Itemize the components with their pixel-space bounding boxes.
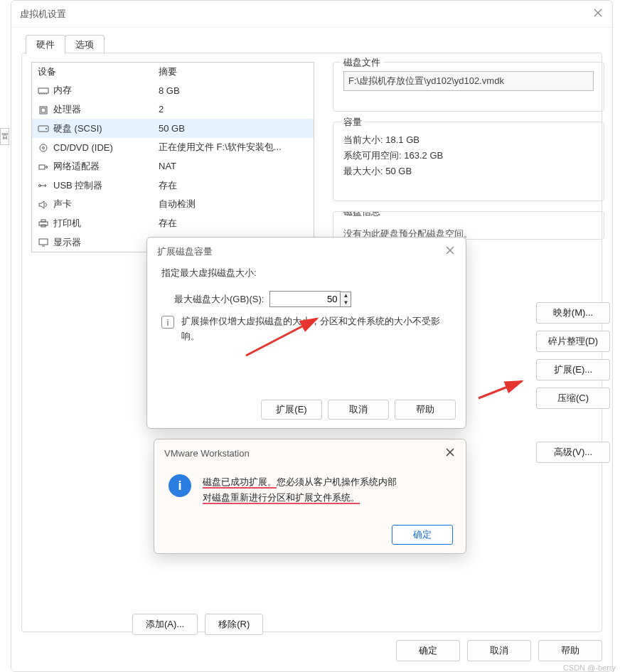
device-label: 内存	[53, 85, 72, 95]
table-row[interactable]: 声卡自动检测	[32, 195, 314, 214]
display-icon	[38, 238, 49, 247]
device-summary: NAT	[153, 157, 314, 176]
table-row[interactable]: 内存8 GB	[32, 81, 314, 100]
expand-button[interactable]: 扩展(E)...	[536, 359, 610, 380]
dlg-cancel-button[interactable]: 取消	[328, 400, 389, 420]
legend-diskfile: 磁盘文件	[341, 56, 383, 69]
expand-dialog: 扩展磁盘容量 指定最大虚拟磁盘大小: 最大磁盘大小(GB)(S): ▲ ▼ i …	[146, 237, 466, 429]
size-input[interactable]	[269, 291, 341, 307]
col-device: 设备	[32, 63, 153, 81]
svg-point-8	[46, 128, 47, 129]
device-label: USB 控制器	[53, 180, 102, 191]
map-button[interactable]: 映射(M)...	[536, 302, 610, 324]
size-label: 最大磁盘大小(GB)(S):	[174, 293, 264, 306]
close-icon[interactable]	[444, 447, 456, 460]
table-row[interactable]: 硬盘 (SCSI)50 GB	[32, 119, 314, 138]
table-row[interactable]: USB 控制器存在	[32, 176, 314, 195]
compact-button[interactable]: 压缩(C)	[536, 388, 610, 409]
cpu-icon	[38, 106, 49, 114]
expand-prompt: 指定最大虚拟磁盘大小:	[161, 267, 451, 279]
defrag-button[interactable]: 碎片整理(D)	[536, 331, 610, 352]
advanced-button[interactable]: 高级(V)...	[536, 442, 610, 463]
vmware-dialog-title: VMware Workstation	[164, 448, 444, 459]
device-summary: 50 GB	[153, 119, 314, 138]
add-button[interactable]: 添加(A)...	[132, 614, 198, 635]
table-row[interactable]: 网络适配器NAT	[32, 157, 314, 176]
add-remove-row: 添加(A)... 移除(R)	[132, 614, 263, 635]
dlg-expand-button[interactable]: 扩展(E)	[261, 400, 322, 420]
device-summary: 2	[153, 100, 314, 119]
legend-diskinfo: 磁盘信息	[341, 211, 383, 218]
svg-point-9	[40, 144, 47, 151]
device-summary: 自动检测	[153, 195, 314, 214]
close-icon[interactable]	[592, 7, 604, 21]
diskfile-path[interactable]: F:\虚拟机存放位置\yd102\yd102.vmdk	[343, 71, 594, 91]
expand-info-text: 扩展操作仅增大虚拟磁盘的大小，分区和文件系统的大小不受影响。	[181, 314, 451, 344]
net-icon	[38, 163, 49, 171]
disk-action-buttons-1: 映射(M)... 碎片整理(D) 扩展(E)... 压缩(C)	[536, 302, 610, 416]
dlg-help-button[interactable]: 帮助	[395, 400, 456, 420]
svg-point-10	[43, 147, 45, 149]
vmware-dialog: VMware Workstation i 磁盘已成功扩展。您必须从客户机操作系统…	[154, 439, 466, 554]
svg-rect-16	[39, 239, 48, 245]
info-icon: i	[169, 474, 191, 497]
cd-icon	[38, 144, 49, 152]
current-size-value: 18.1 GB	[385, 134, 419, 145]
device-label: 显示器	[53, 237, 81, 247]
info-icon: i	[161, 316, 174, 329]
window-title: 虚拟机设置	[20, 8, 592, 21]
tabs: 硬件 选项	[26, 35, 104, 54]
leftedge-fragment: 置	[0, 128, 9, 145]
group-capacity: 容量 当前大小: 18.1 GB 系统可用空间: 163.2 GB 最大大小: …	[333, 122, 604, 201]
svg-rect-11	[39, 165, 45, 169]
table-row[interactable]: 处理器2	[32, 100, 314, 119]
device-summary: 存在	[153, 176, 314, 195]
group-diskfile: 磁盘文件 F:\虚拟机存放位置\yd102\yd102.vmdk	[333, 62, 604, 112]
size-spinner[interactable]: ▲ ▼	[269, 291, 351, 307]
spin-down-icon[interactable]: ▼	[341, 299, 351, 306]
remove-button[interactable]: 移除(R)	[205, 614, 263, 635]
table-row[interactable]: 打印机存在	[32, 214, 314, 233]
disk-action-buttons-2: 高级(V)...	[536, 442, 610, 470]
table-row[interactable]: CD/DVD (IDE)正在使用文件 F:\软件安装包...	[32, 138, 314, 157]
ok-button[interactable]: 确定	[396, 640, 460, 661]
tab-hardware[interactable]: 硬件	[26, 35, 65, 54]
vmware-message: 磁盘已成功扩展。您必须从客户机操作系统内部 对磁盘重新进行分区和扩展文件系统。	[203, 474, 451, 506]
svg-rect-14	[41, 220, 46, 222]
device-label: CD/DVD (IDE)	[53, 142, 113, 153]
device-label: 硬盘 (SCSI)	[53, 123, 102, 134]
free-space-value: 163.2 GB	[404, 150, 443, 161]
titlebar: 虚拟机设置	[11, 1, 612, 28]
expand-dialog-title: 扩展磁盘容量	[157, 245, 444, 258]
svg-rect-0	[38, 88, 48, 93]
main-buttons: 确定 取消 帮助	[396, 640, 602, 661]
max-size-value: 50 GB	[385, 166, 412, 176]
group-diskinfo: 磁盘信息 没有为此硬盘预分配磁盘空间。	[333, 211, 604, 240]
col-summary: 摘要	[153, 63, 314, 81]
legend-capacity: 容量	[341, 116, 365, 129]
device-label: 声卡	[53, 198, 72, 209]
cancel-button[interactable]: 取消	[467, 640, 531, 661]
device-label: 处理器	[53, 104, 81, 114]
spin-up-icon[interactable]: ▲	[341, 292, 351, 299]
device-summary: 正在使用文件 F:\软件安装包...	[153, 138, 314, 157]
disk-icon	[38, 124, 49, 133]
svg-rect-6	[41, 108, 46, 112]
device-label: 打印机	[53, 218, 81, 228]
current-size-label: 当前大小:	[343, 134, 383, 145]
help-button[interactable]: 帮助	[538, 640, 602, 661]
device-label: 网络适配器	[53, 161, 100, 171]
max-size-label: 最大大小:	[343, 166, 383, 176]
printer-icon	[38, 219, 49, 228]
device-summary: 8 GB	[153, 81, 314, 100]
usb-icon	[38, 181, 49, 190]
sound-icon	[38, 201, 49, 209]
watermark: CSDN @-berry	[563, 663, 616, 672]
close-icon[interactable]	[444, 245, 456, 258]
tab-options[interactable]: 选项	[65, 35, 105, 54]
free-space-label: 系统可用空间:	[343, 150, 402, 161]
memory-icon	[38, 87, 49, 95]
vmware-ok-button[interactable]: 确定	[392, 525, 453, 545]
device-summary: 存在	[153, 214, 314, 233]
hardware-list[interactable]: 设备 摘要 内存8 GB处理器2硬盘 (SCSI)50 GBCD/DVD (ID…	[31, 62, 314, 252]
